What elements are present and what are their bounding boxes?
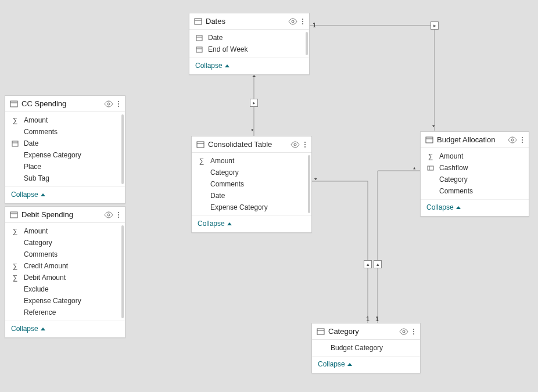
collapse-button[interactable]: Collapse (5, 186, 125, 203)
table-title: CC Spending (21, 99, 101, 108)
collapse-button[interactable]: Collapse (189, 57, 309, 74)
scrollbar[interactable] (121, 114, 124, 184)
field-name: Expense Category (24, 151, 119, 159)
table-header[interactable]: Category (312, 323, 420, 340)
field-name: Debit Amount (24, 274, 119, 282)
table-consolidated[interactable]: Consolidated Table ∑Amount Category Comm… (191, 136, 312, 233)
svg-point-17 (294, 143, 296, 146)
field-name: Comments (210, 180, 306, 188)
field-row[interactable]: Reference (5, 307, 125, 318)
sum-icon: ∑ (426, 152, 435, 160)
table-category[interactable]: Category Budget Category Collapse (311, 323, 421, 373)
collapse-label: Collapse (426, 203, 454, 211)
fields-list: ∑Amount Cashflow Category Comments (421, 148, 529, 199)
field-row[interactable]: Expense Category (192, 202, 311, 213)
field-row[interactable]: ∑Debit Amount (5, 272, 125, 283)
table-icon (196, 141, 205, 149)
table-cc-spending[interactable]: CC Spending ∑Amount Comments Date Expens… (5, 95, 125, 204)
field-row[interactable]: Comments (421, 185, 529, 197)
field-name: Budget Category (331, 344, 414, 352)
collapse-button[interactable]: Collapse (192, 215, 311, 232)
visibility-icon[interactable] (508, 136, 517, 143)
table-debit-spending[interactable]: Debit Spending ∑Amount Category Comments… (5, 206, 125, 338)
svg-rect-5 (196, 47, 202, 52)
sum-icon: ∑ (11, 227, 19, 235)
table-dates[interactable]: Dates Date End of Week Collapse (189, 13, 310, 75)
sum-icon: ∑ (11, 116, 19, 124)
table-header[interactable]: CC Spending (5, 96, 125, 112)
more-options-icon[interactable] (521, 136, 524, 144)
table-header[interactable]: Consolidated Table (192, 136, 311, 153)
date-icon (195, 34, 203, 41)
field-row[interactable]: Category (421, 174, 529, 185)
field-row[interactable]: ∑Amount (5, 114, 125, 126)
collapse-label: Collapse (198, 220, 225, 228)
svg-rect-12 (10, 212, 17, 218)
field-row[interactable]: Sub Tag (5, 172, 125, 184)
fields-list: ∑Amount Category Comments ∑Credit Amount… (5, 223, 125, 321)
field-row[interactable]: Expense Category (5, 295, 125, 307)
cardinality-label: * (432, 124, 435, 131)
field-name: Sub Tag (24, 174, 119, 182)
field-row[interactable]: Date (189, 32, 309, 44)
more-options-icon[interactable] (117, 211, 120, 219)
chevron-up-icon (347, 363, 352, 366)
field-row[interactable]: Exclude (5, 283, 125, 295)
collapse-button[interactable]: Collapse (5, 321, 125, 337)
table-header[interactable]: Dates (189, 13, 309, 30)
table-budget-allocation[interactable]: Budget Allocation ∑Amount Cashflow Categ… (420, 131, 529, 217)
field-row[interactable]: Category (5, 237, 125, 249)
more-options-icon[interactable] (303, 141, 307, 149)
visibility-icon[interactable] (104, 100, 113, 107)
visibility-icon[interactable] (288, 18, 297, 25)
field-name: Amount (24, 227, 119, 235)
field-name: Credit Amount (24, 262, 119, 270)
field-name: Amount (210, 157, 306, 165)
svg-point-2 (292, 20, 294, 23)
field-row[interactable]: Comments (5, 249, 125, 260)
field-row[interactable]: Expense Category (5, 149, 125, 161)
field-row[interactable]: Category (192, 167, 311, 178)
table-header[interactable]: Budget Allocation (421, 132, 529, 148)
field-row[interactable]: ∑Amount (421, 150, 529, 162)
field-row[interactable]: Budget Category (312, 342, 420, 354)
field-name: Place (24, 163, 119, 171)
visibility-icon[interactable] (290, 141, 300, 148)
date-icon (11, 140, 19, 147)
field-row[interactable]: ∑Amount (5, 225, 125, 237)
collapse-button[interactable]: Collapse (312, 356, 420, 373)
table-header[interactable]: Debit Spending (5, 207, 125, 223)
field-row[interactable]: ∑Credit Amount (5, 260, 125, 272)
cardinality-label: 1 (375, 315, 379, 322)
table-icon (194, 17, 202, 26)
field-row[interactable]: Date (192, 190, 311, 202)
svg-rect-3 (196, 35, 202, 41)
collapse-button[interactable]: Collapse (421, 199, 529, 216)
svg-point-20 (511, 139, 514, 141)
chevron-up-icon (41, 328, 45, 330)
field-name: Category (439, 175, 523, 184)
field-name: Date (208, 34, 303, 42)
visibility-icon[interactable] (104, 211, 113, 218)
more-options-icon[interactable] (412, 328, 415, 336)
svg-rect-21 (428, 166, 433, 170)
table-icon (317, 328, 325, 336)
more-options-icon[interactable] (117, 100, 120, 108)
scrollbar[interactable] (308, 155, 310, 213)
field-row[interactable]: Cashflow (421, 162, 529, 174)
field-row[interactable]: End of Week (189, 44, 309, 55)
filter-direction-icon: ▴ (364, 260, 372, 268)
field-row[interactable]: Comments (192, 178, 311, 190)
fields-list: ∑Amount Category Comments Date Expense C… (192, 153, 311, 215)
field-row[interactable]: ∑Amount (192, 155, 311, 167)
scrollbar[interactable] (121, 225, 124, 318)
field-name: Expense Category (210, 203, 306, 211)
scrollbar[interactable] (306, 32, 308, 55)
more-options-icon[interactable] (301, 17, 304, 26)
field-row[interactable]: Comments (5, 126, 125, 138)
field-row[interactable]: Place (5, 161, 125, 172)
field-row[interactable]: Date (5, 138, 125, 149)
table-title: Dates (206, 17, 285, 26)
filter-direction-icon: ▴ (374, 260, 382, 268)
visibility-icon[interactable] (399, 328, 408, 335)
